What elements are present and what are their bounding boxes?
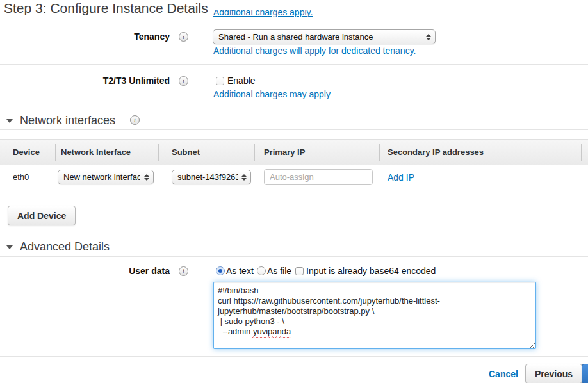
subnet-select-value: subnet-143f9263 [177,172,238,182]
network-interfaces-title: Network interfaces [20,114,115,127]
tenancy-label: Tenancy [0,31,170,42]
base64-checkbox-label: Input is already base64 encoded [306,266,436,276]
user-data-info-icon[interactable]: i [179,266,188,276]
col-device: Device [13,147,40,157]
network-interfaces-collapse-icon[interactable] [6,119,13,123]
col-primary-ip: Primary IP [264,147,305,157]
tenancy-info-icon[interactable]: i [179,32,188,42]
column-divider [55,144,56,161]
t2t3-info-icon[interactable]: i [179,76,188,86]
tenancy-select[interactable]: Shared - Run a shared hardware instance [213,29,436,44]
base64-checkbox[interactable] [295,267,304,275]
column-divider [379,144,380,161]
additional-charges-apply-link[interactable]: Additional charges apply. [213,10,313,17]
select-stepper-icon [241,174,247,181]
user-data-textarea[interactable]: #!/bin/bash curl https://raw.githubuserc… [213,282,536,349]
review-and-launch-button[interactable] [582,364,588,383]
divider [0,256,588,257]
col-network-interface: Network Interface [61,147,131,157]
as-text-radio-label: As text [226,266,254,276]
col-secondary-ip: Secondary IP addresses [388,147,484,157]
t2t3-unlimited-label: T2/T3 Unlimited [0,76,170,86]
device-eth0-cell: eth0 [13,172,29,182]
t2t3-enable-checkbox[interactable] [216,77,224,85]
add-ip-link[interactable]: Add IP [388,172,414,183]
page-title: Step 3: Configure Instance Details [4,1,211,16]
divider [0,356,588,357]
network-table-header: Device Network Interface Subnet Primary … [0,139,588,165]
column-divider [254,144,255,161]
configure-instance-page: Additional charges apply. Step 3: Config… [0,0,588,383]
previous-button[interactable]: Previous [525,364,582,383]
cancel-link[interactable]: Cancel [489,369,518,379]
subnet-select[interactable]: subnet-143f9263 [172,170,251,184]
select-stepper-icon [144,174,149,181]
as-file-radio[interactable] [257,266,266,275]
as-file-radio-label: As file [267,266,291,276]
add-device-button[interactable]: Add Device [8,206,76,225]
network-interface-select[interactable]: New network interface [58,170,154,184]
column-divider [158,144,159,161]
user-data-label: User data [0,266,170,276]
as-text-radio[interactable] [216,266,225,275]
primary-ip-input[interactable] [264,169,373,185]
advanced-details-title: Advanced Details [20,240,110,254]
t2t3-enable-label: Enable [227,76,256,86]
network-interface-select-value: New network interface [63,172,140,182]
select-stepper-icon [426,34,431,40]
column-divider [581,144,582,161]
divider [0,129,588,130]
t2t3-charges-link[interactable]: Additional charges may apply [213,89,331,99]
advanced-details-collapse-icon[interactable] [6,245,13,249]
divider [0,64,588,65]
network-interfaces-info-icon[interactable]: i [130,115,140,125]
tenancy-charges-link[interactable]: Additional charges will apply for dedica… [213,45,416,56]
clipped-additional-charges-link-wrap: Additional charges apply. [213,10,313,19]
col-subnet: Subnet [172,147,200,157]
tenancy-select-value: Shared - Run a shared hardware instance [218,32,422,42]
